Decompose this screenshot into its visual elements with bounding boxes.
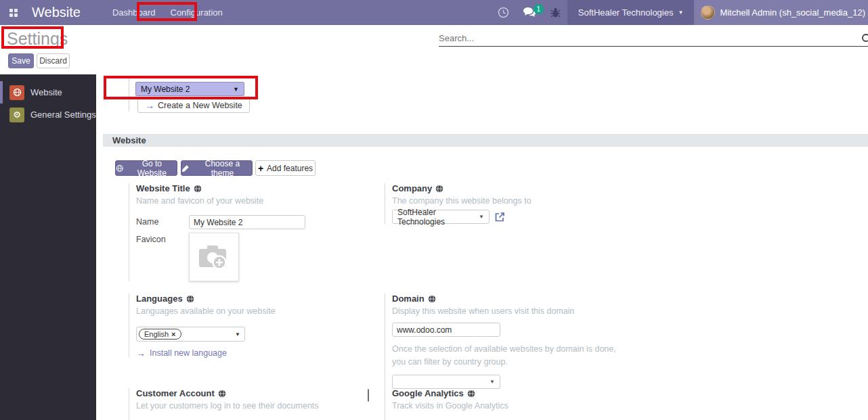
language-tag-label: English [144,330,169,338]
user-name: Mitchell Admin (sh_social_media_12) [720,7,865,18]
chevron-down-icon: ▼ [678,10,683,16]
setting-box-google-analytics: Google Analytics Track visits in Google … [385,388,628,420]
caret-down-icon: ▼ [233,86,239,93]
caret-down-icon: ▼ [490,379,495,385]
google-analytics-checkbox[interactable] [368,389,369,402]
languages-multiselect[interactable]: English × ▼ [136,327,245,342]
search-icon[interactable] [861,33,868,45]
setting-title: Google Analytics [392,388,464,398]
setting-box-languages: Languages Languages available on your we… [129,294,372,354]
company-select[interactable]: SoftHealer Technologies ▼ [392,210,490,224]
doc-globe-icon[interactable] [467,390,475,398]
doc-globe-icon[interactable] [428,295,436,303]
messages-count-badge: 1 [534,4,544,14]
sidebar-item-label: General Settings [30,110,96,120]
settings-sidebar: Website ⚙ General Settings [0,74,96,420]
remove-tag-icon[interactable]: × [171,330,175,338]
company-switcher-menu[interactable]: SoftHealer Technologies ▼ [567,0,695,25]
caret-down-icon: ▼ [235,331,240,337]
app-brand-title: Website [26,5,86,20]
company-name: SoftHealer Technologies [578,7,674,18]
setting-title: Website Title [136,183,190,193]
bug-icon [550,7,561,18]
website-app-icon [9,85,24,100]
go-to-website-label: Go to Website [127,159,177,178]
arrow-right-icon: → [136,348,146,358]
camera-plus-icon [198,243,230,271]
odoo-website-settings-page: Website Dashboard Configuration 1 [0,0,868,420]
website-select-value: My Website 2 [141,85,190,94]
menu-configuration[interactable]: Configuration [163,0,230,25]
language-tag: English × [139,329,181,340]
doc-globe-icon[interactable] [194,185,202,193]
website-name-input[interactable] [189,215,305,229]
brush-icon [181,164,190,172]
setting-box-divider [129,78,129,112]
favicon-upload-box[interactable] [189,233,239,281]
name-field-label: Name [136,215,189,227]
setting-box-company: Company The company this website belongs… [385,183,628,220]
save-button[interactable]: Save [8,53,34,68]
setting-title: Customer Account [136,388,215,398]
go-to-website-button[interactable]: Go to Website [115,160,177,176]
doc-globe-icon[interactable] [186,295,194,303]
sidebar-item-general-settings[interactable]: ⚙ General Settings [0,103,96,126]
doc-globe-icon[interactable] [218,390,226,398]
sidebar-item-label: Website [30,87,62,97]
doc-globe-icon[interactable] [435,185,443,193]
website-select-dropdown[interactable]: My Website 2 ▼ [135,82,244,96]
setting-title: Languages [136,294,183,304]
company-select-value: SoftHealer Technologies [397,208,479,227]
choose-theme-label: Choose a theme [193,159,252,178]
grid-icon [9,9,18,17]
domain-input[interactable] [392,323,500,337]
search-input[interactable] [439,30,845,46]
add-features-label: Add features [267,164,313,173]
section-title: Website [112,135,146,145]
caret-down-icon: ▼ [479,214,484,220]
install-language-label: Install new language [150,348,227,358]
clock-icon [498,7,509,18]
setting-box-domain: Domain Display this website when users v… [385,294,635,381]
user-menu[interactable]: Mitchell Admin (sh_social_media_12) [694,0,868,25]
external-link-icon[interactable] [494,212,505,223]
menu-dashboard[interactable]: Dashboard [105,0,163,25]
search-bar [439,30,868,47]
setting-subtitle: The company this website belongs to [392,196,628,206]
setting-subtitle: Track visits in Google Analytics [392,401,628,411]
sidebar-item-website[interactable]: Website [0,81,96,103]
setting-subtitle: Languages available on your website [136,306,372,316]
activities-clock-icon[interactable] [491,0,516,25]
choose-theme-button[interactable]: Choose a theme [181,160,253,176]
debug-bug-icon[interactable] [544,0,567,25]
globe-icon [116,164,124,172]
page-title: Settings [7,29,68,49]
setting-subtitle: Let your customers log in to see their d… [136,401,372,411]
setting-subtitle: Name and favicon of your website [136,196,372,206]
setting-subtitle: Display this website when users visit th… [392,306,635,316]
plus-icon: + [258,164,263,173]
setting-box-customer-account: Customer Account Let your customers log … [129,388,372,420]
country-group-select[interactable]: ▼ [392,375,500,389]
install-language-link[interactable]: → Install new language [136,348,372,358]
favicon-field-label: Favicon [136,233,189,244]
add-features-button[interactable]: + Add features [255,160,316,176]
setting-title: Domain [392,294,425,304]
apps-menu-icon[interactable] [0,0,26,25]
setting-title: Company [392,183,432,193]
messages-icon[interactable]: 1 [516,0,544,25]
user-avatar [701,5,715,20]
top-navbar: Website Dashboard Configuration 1 [0,0,868,25]
create-new-website-button[interactable]: → Create a New Website [137,97,250,113]
create-new-website-label: Create a New Website [158,101,242,110]
section-header-website: Website [103,134,868,147]
discard-button[interactable]: Discard [37,53,70,68]
domain-help-text: Once the selection of available websites… [392,343,622,369]
setting-box-website-title: Website Title Name and favicon of your w… [129,183,372,279]
gear-icon: ⚙ [9,108,24,122]
arrow-right-icon: → [145,101,154,110]
